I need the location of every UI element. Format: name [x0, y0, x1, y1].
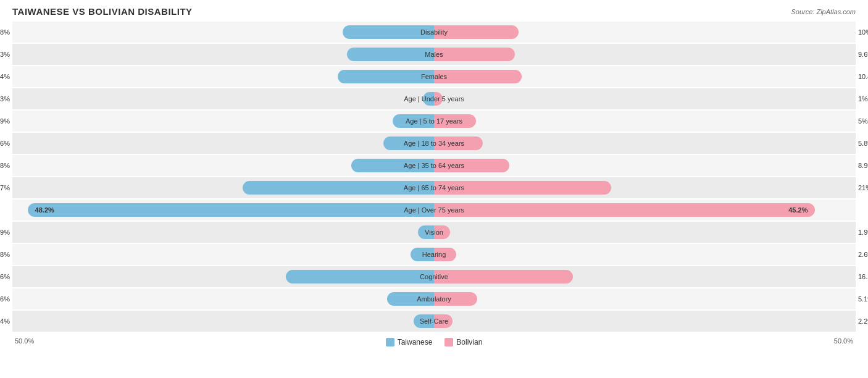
left-value: 9.8%: [0, 162, 12, 169]
bar-row: 1.3%Age | Under 5 years1%: [12, 88, 856, 109]
bar-row: 22.7%Age | 65 to 74 years21%: [12, 177, 856, 198]
legend: Taiwanese Bolivian: [386, 338, 483, 346]
left-value: 10.8%: [0, 28, 12, 36]
left-value: 2.4%: [0, 317, 12, 325]
right-value: 2.6%: [856, 251, 868, 258]
right-value: 21%: [856, 184, 868, 191]
legend-taiwanese: Taiwanese: [386, 338, 433, 346]
left-value: 10.3%: [0, 51, 12, 58]
bar-row: 2.4%Self-Care2.2%: [12, 311, 856, 332]
bar-row: 48.2%Age | Over 75 years45.2%: [12, 200, 856, 220]
bar-row: 9.8%Age | 35 to 64 years8.9%: [12, 155, 856, 176]
bar-row: 10.8%Disability10%: [12, 22, 856, 43]
footer-right-value: 50.0%: [834, 337, 853, 345]
right-value: 10.4%: [856, 73, 868, 80]
legend-bolivian: Bolivian: [444, 338, 482, 346]
bar-row: 2.8%Hearing2.6%: [12, 244, 856, 265]
right-value: 5.8%: [856, 140, 868, 147]
right-value: 5%: [856, 117, 868, 125]
left-value: 11.4%: [0, 73, 12, 80]
right-value: 45.2%: [786, 206, 807, 214]
left-value: 48.2%: [35, 206, 57, 214]
bolivian-color-box: [444, 338, 453, 346]
bar-row: 10.3%Males9.6%: [12, 44, 856, 65]
right-value: 1.9%: [856, 229, 868, 236]
left-value: 5.6%: [0, 295, 12, 303]
right-value: 10%: [856, 28, 868, 36]
taiwanese-color-box: [386, 338, 394, 346]
right-value: 9.6%: [856, 51, 868, 58]
bar-row: 17.6%Cognitive16.5%: [12, 266, 856, 287]
left-value: 1.3%: [0, 95, 12, 103]
right-value: 1%: [856, 95, 868, 103]
right-value: 5.1%: [856, 295, 868, 303]
right-value: 8.9%: [856, 162, 868, 169]
bolivian-label: Bolivian: [456, 338, 482, 346]
bar-row: 6%Age | 18 to 34 years5.8%: [12, 133, 856, 154]
bar-row: 4.9%Age | 5 to 17 years5%: [12, 111, 856, 132]
right-value: 2.2%: [856, 317, 868, 325]
left-value: 4.9%: [0, 117, 12, 125]
taiwanese-label: Taiwanese: [398, 338, 433, 346]
chart-title: TAIWANESE VS BOLIVIAN DISABILITY: [12, 6, 193, 17]
footer-left-value: 50.0%: [15, 337, 34, 345]
left-value: 1.9%: [0, 229, 12, 236]
bar-row: 11.4%Females10.4%: [12, 66, 856, 87]
right-value: 16.5%: [856, 273, 868, 280]
left-value: 6%: [0, 140, 12, 147]
left-value: 17.6%: [0, 273, 12, 280]
bar-row: 5.6%Ambulatory5.1%: [12, 288, 856, 309]
left-value: 22.7%: [0, 184, 12, 191]
bar-row: 1.9%Vision1.9%: [12, 222, 856, 243]
source-label: Source: ZipAtlas.com: [791, 8, 856, 15]
chart-container: 10.8%Disability10%10.3%Males9.6%11.4%Fem…: [12, 22, 856, 332]
left-value: 2.8%: [0, 251, 12, 258]
